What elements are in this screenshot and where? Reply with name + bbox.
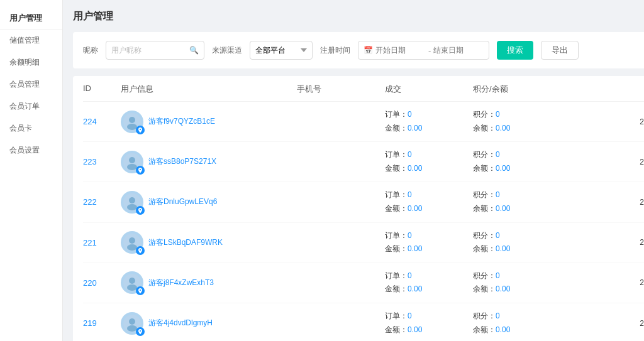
user-id[interactable]: 219 <box>83 318 121 328</box>
avatar <box>121 151 143 173</box>
avatar-badge <box>136 126 145 134</box>
user-info: 游客f9v7QYZcB1cE <box>121 111 297 133</box>
score-balance: 积分：0 余额：0.00 <box>473 269 586 296</box>
avatar <box>121 271 143 294</box>
transaction: 订单：0 金额：0.00 <box>385 269 473 296</box>
svg-point-1 <box>129 117 135 123</box>
user-info: 游客ssB8oP7S271X <box>121 151 297 173</box>
reg-time: 2021-04-12 12:36 <box>586 198 644 207</box>
score-balance: 积分：0 余额：0.00 <box>473 310 586 337</box>
user-name[interactable]: 游客LSkBqDAF9WRK <box>148 237 223 248</box>
col-id: ID <box>83 84 121 95</box>
reg-time: 2021-04-12 12:35 <box>586 319 644 328</box>
svg-point-13 <box>129 278 135 284</box>
table-row: 223 游客ssB8oP7S271X 订单：0 金额：0.00 积分：0 余额：… <box>83 142 644 182</box>
date-separator: - <box>428 46 431 55</box>
table-header: ID 用户信息 手机号 成交 积分/余额 注册时间 <box>83 76 644 102</box>
col-phone: 手机号 <box>297 84 385 95</box>
avatar <box>121 312 143 335</box>
sec-item-member-settings[interactable]: 会员设置 <box>0 139 62 161</box>
source-select[interactable]: 全部平台 微信 APP <box>250 41 313 60</box>
nickname-label: 昵称 <box>83 45 98 56</box>
user-name[interactable]: 游客4j4dvdDlgmyH <box>148 318 213 328</box>
export-button[interactable]: 导出 <box>541 41 579 60</box>
col-user-info: 用户信息 <box>121 84 297 95</box>
reg-time-label: 注册时间 <box>320 45 350 56</box>
user-info: 游客j8F4xZwExhT3 <box>121 271 297 294</box>
reg-time: 2021-04-12 12:35 <box>586 278 644 287</box>
user-id[interactable]: 222 <box>83 197 121 207</box>
transaction: 订单：0 金额：0.00 <box>385 188 473 215</box>
sec-item-storage[interactable]: 储值管理 <box>0 30 62 51</box>
score-balance: 积分：0 余额：0.00 <box>473 108 586 135</box>
date-start-input[interactable] <box>375 46 426 55</box>
user-info: 游客4j4dvdDlgmyH <box>121 312 297 335</box>
table-body: 224 游客f9v7QYZcB1cE 订单：0 金额：0.00 积分：0 余额：… <box>83 102 644 341</box>
user-name[interactable]: 游客DnluGpwLEVq6 <box>148 197 217 207</box>
sec-item-balance-detail[interactable]: 余额明细 <box>0 51 62 73</box>
user-name[interactable]: 游客f9v7QYZcB1cE <box>148 116 215 127</box>
user-id[interactable]: 221 <box>83 238 121 247</box>
table-row: 221 游客LSkBqDAF9WRK 订单：0 金额：0.00 积分：0 余额：… <box>83 223 644 263</box>
sec-item-member-mgmt[interactable]: 会员管理 <box>0 73 62 95</box>
avatar <box>121 111 143 133</box>
col-score-balance: 积分/余额 <box>473 84 586 95</box>
avatar-badge <box>136 206 145 215</box>
sec-item-member-orders[interactable]: 会员订单 <box>0 95 62 117</box>
table-row: 224 游客f9v7QYZcB1cE 订单：0 金额：0.00 积分：0 余额：… <box>83 102 644 142</box>
user-name[interactable]: 游客j8F4xZwExhT3 <box>148 278 214 288</box>
reg-time: 2021-04-12 12:36 <box>586 158 644 166</box>
nickname-input[interactable] <box>111 46 187 55</box>
user-id[interactable]: 223 <box>83 157 121 166</box>
user-info: 游客DnluGpwLEVq6 <box>121 191 297 214</box>
avatar-badge <box>136 246 145 255</box>
search-icon: 🔍 <box>189 46 199 55</box>
main-content: 用户管理 昵称 🔍 来源渠道 全部平台 微信 APP 注册时间 📅 - 搜索 导 <box>63 0 644 341</box>
svg-point-7 <box>129 197 135 203</box>
svg-point-10 <box>129 237 135 244</box>
table-row: 220 游客j8F4xZwExhT3 订单：0 金额：0.00 积分：0 余额：… <box>83 263 644 303</box>
table-row: 219 游客4j4dvdDlgmyH 订单：0 金额：0.00 积分：0 余额：… <box>83 303 644 341</box>
reg-time: 2021-04-12 13:07 <box>586 117 644 126</box>
avatar-badge <box>136 327 145 336</box>
user-name[interactable]: 游客ssB8oP7S271X <box>148 156 216 167</box>
page-title: 用户管理 <box>73 10 644 23</box>
table-row: 222 游客DnluGpwLEVq6 订单：0 金额：0.00 积分：0 余额：… <box>83 182 644 222</box>
date-end-input[interactable] <box>433 46 484 55</box>
search-button[interactable]: 搜索 <box>497 41 533 60</box>
filter-bar: 昵称 🔍 来源渠道 全部平台 微信 APP 注册时间 📅 - 搜索 导出 <box>73 32 644 68</box>
avatar-badge <box>136 286 145 295</box>
score-balance: 积分：0 余额：0.00 <box>473 188 586 215</box>
transaction: 订单：0 金额：0.00 <box>385 310 473 337</box>
calendar-icon: 📅 <box>364 46 373 55</box>
transaction: 订单：0 金额：0.00 <box>385 108 473 135</box>
svg-point-16 <box>129 318 135 325</box>
svg-point-4 <box>129 157 135 163</box>
user-info: 游客LSkBqDAF9WRK <box>121 231 297 254</box>
secondary-sidebar: 用户管理 储值管理 余额明细 会员管理 会员订单 会员卡 会员设置 <box>0 0 63 341</box>
sec-item-member-card[interactable]: 会员卡 <box>0 117 62 139</box>
score-balance: 积分：0 余额：0.00 <box>473 229 586 256</box>
col-transaction: 成交 <box>385 84 473 95</box>
user-id[interactable]: 220 <box>83 278 121 288</box>
date-range: 📅 - <box>358 41 489 60</box>
source-label: 来源渠道 <box>212 45 242 56</box>
user-id[interactable]: 224 <box>83 117 121 126</box>
user-table: ID 用户信息 手机号 成交 积分/余额 注册时间 224 <box>73 76 644 341</box>
avatar <box>121 191 143 214</box>
transaction: 订单：0 金额：0.00 <box>385 229 473 256</box>
avatar <box>121 231 143 254</box>
transaction: 订单：0 金额：0.00 <box>385 148 473 175</box>
nickname-input-wrap: 🔍 <box>106 41 204 60</box>
avatar-badge <box>136 166 145 175</box>
sec-sidebar-title: 用户管理 <box>0 6 62 30</box>
score-balance: 积分：0 余额：0.00 <box>473 148 586 175</box>
col-reg-time: 注册时间 <box>586 84 644 95</box>
reg-time: 2021-04-12 12:36 <box>586 238 644 247</box>
